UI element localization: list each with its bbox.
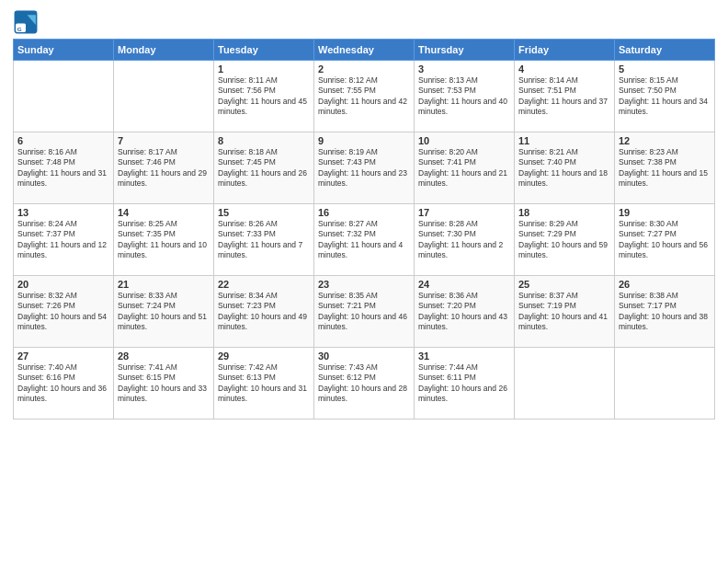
day-number: 24 (418, 279, 510, 290)
calendar-week-2: 6Sunrise: 8:16 AM Sunset: 7:48 PM Daylig… (14, 132, 715, 204)
day-number: 2 (318, 63, 410, 75)
day-number: 4 (518, 63, 610, 75)
day-info: Sunrise: 8:29 AM Sunset: 7:29 PM Dayligh… (518, 219, 610, 261)
day-number: 30 (318, 350, 410, 362)
calendar-week-1: 1Sunrise: 8:11 AM Sunset: 7:56 PM Daylig… (14, 61, 715, 132)
calendar-cell (14, 61, 114, 132)
calendar-cell: 27Sunrise: 7:40 AM Sunset: 6:16 PM Dayli… (14, 348, 114, 419)
calendar-cell: 23Sunrise: 8:35 AM Sunset: 7:21 PM Dayli… (314, 276, 415, 348)
day-info: Sunrise: 8:25 AM Sunset: 7:35 PM Dayligh… (118, 219, 210, 261)
calendar-cell: 18Sunrise: 8:29 AM Sunset: 7:29 PM Dayli… (515, 204, 615, 276)
day-number: 6 (17, 135, 109, 146)
day-number: 14 (118, 207, 210, 218)
day-info: Sunrise: 8:17 AM Sunset: 7:46 PM Dayligh… (118, 147, 210, 190)
day-info: Sunrise: 8:37 AM Sunset: 7:19 PM Dayligh… (518, 291, 610, 333)
calendar-cell: 4Sunrise: 8:14 AM Sunset: 7:51 PM Daylig… (515, 61, 615, 132)
day-number: 21 (118, 279, 210, 290)
calendar-cell: 1Sunrise: 8:11 AM Sunset: 7:56 PM Daylig… (214, 61, 314, 132)
day-number: 20 (17, 279, 109, 290)
day-number: 23 (318, 279, 410, 290)
day-info: Sunrise: 7:42 AM Sunset: 6:13 PM Dayligh… (218, 362, 310, 405)
day-number: 31 (418, 350, 510, 362)
day-number: 9 (318, 135, 410, 146)
day-info: Sunrise: 8:21 AM Sunset: 7:40 PM Dayligh… (518, 147, 610, 190)
day-info: Sunrise: 7:41 AM Sunset: 6:15 PM Dayligh… (118, 362, 210, 405)
col-header-tuesday: Tuesday (214, 40, 314, 61)
day-info: Sunrise: 8:15 AM Sunset: 7:50 PM Dayligh… (619, 75, 711, 118)
calendar-cell: 17Sunrise: 8:28 AM Sunset: 7:30 PM Dayli… (415, 204, 515, 276)
day-number: 1 (218, 63, 310, 75)
day-number: 17 (418, 207, 510, 218)
day-number: 18 (518, 207, 610, 218)
calendar-cell: 19Sunrise: 8:30 AM Sunset: 7:27 PM Dayli… (615, 204, 715, 276)
logo-icon: G (13, 9, 39, 35)
day-info: Sunrise: 7:43 AM Sunset: 6:12 PM Dayligh… (318, 362, 410, 405)
calendar-cell: 22Sunrise: 8:34 AM Sunset: 7:23 PM Dayli… (214, 276, 314, 348)
calendar-cell: 7Sunrise: 8:17 AM Sunset: 7:46 PM Daylig… (114, 132, 214, 204)
calendar-table: SundayMondayTuesdayWednesdayThursdayFrid… (13, 39, 715, 419)
calendar-cell: 21Sunrise: 8:33 AM Sunset: 7:24 PM Dayli… (114, 276, 214, 348)
calendar-cell: 14Sunrise: 8:25 AM Sunset: 7:35 PM Dayli… (114, 204, 214, 276)
day-info: Sunrise: 8:32 AM Sunset: 7:26 PM Dayligh… (17, 291, 109, 333)
calendar-cell: 26Sunrise: 8:38 AM Sunset: 7:17 PM Dayli… (615, 276, 715, 348)
calendar-cell: 25Sunrise: 8:37 AM Sunset: 7:19 PM Dayli… (515, 276, 615, 348)
calendar-cell: 29Sunrise: 7:42 AM Sunset: 6:13 PM Dayli… (214, 348, 314, 419)
day-info: Sunrise: 7:40 AM Sunset: 6:16 PM Dayligh… (17, 362, 109, 405)
day-number: 25 (518, 279, 610, 290)
day-info: Sunrise: 8:19 AM Sunset: 7:43 PM Dayligh… (318, 147, 410, 190)
day-info: Sunrise: 8:18 AM Sunset: 7:45 PM Dayligh… (218, 147, 310, 190)
day-info: Sunrise: 8:34 AM Sunset: 7:23 PM Dayligh… (218, 291, 310, 333)
day-info: Sunrise: 8:14 AM Sunset: 7:51 PM Dayligh… (518, 75, 610, 118)
day-info: Sunrise: 8:33 AM Sunset: 7:24 PM Dayligh… (118, 291, 210, 333)
calendar-week-5: 27Sunrise: 7:40 AM Sunset: 6:16 PM Dayli… (14, 348, 715, 419)
day-number: 22 (218, 279, 310, 290)
calendar-cell: 10Sunrise: 8:20 AM Sunset: 7:41 PM Dayli… (415, 132, 515, 204)
day-number: 19 (619, 207, 711, 218)
col-header-thursday: Thursday (415, 40, 515, 61)
calendar-cell: 2Sunrise: 8:12 AM Sunset: 7:55 PM Daylig… (314, 61, 415, 132)
day-info: Sunrise: 8:12 AM Sunset: 7:55 PM Dayligh… (318, 75, 410, 118)
calendar-week-3: 13Sunrise: 8:24 AM Sunset: 7:37 PM Dayli… (14, 204, 715, 276)
calendar-cell: 9Sunrise: 8:19 AM Sunset: 7:43 PM Daylig… (314, 132, 415, 204)
calendar-cell: 20Sunrise: 8:32 AM Sunset: 7:26 PM Dayli… (14, 276, 114, 348)
day-number: 12 (619, 135, 711, 146)
day-number: 3 (418, 63, 510, 75)
calendar-body: 1Sunrise: 8:11 AM Sunset: 7:56 PM Daylig… (14, 61, 715, 419)
day-number: 7 (118, 135, 210, 146)
calendar-cell: 16Sunrise: 8:27 AM Sunset: 7:32 PM Dayli… (314, 204, 415, 276)
day-info: Sunrise: 8:35 AM Sunset: 7:21 PM Dayligh… (318, 291, 410, 333)
day-info: Sunrise: 8:16 AM Sunset: 7:48 PM Dayligh… (17, 147, 109, 190)
col-header-sunday: Sunday (14, 40, 114, 61)
day-number: 28 (118, 350, 210, 362)
day-number: 16 (318, 207, 410, 218)
calendar-cell: 6Sunrise: 8:16 AM Sunset: 7:48 PM Daylig… (14, 132, 114, 204)
calendar-cell: 12Sunrise: 8:23 AM Sunset: 7:38 PM Dayli… (615, 132, 715, 204)
calendar-cell: 15Sunrise: 8:26 AM Sunset: 7:33 PM Dayli… (214, 204, 314, 276)
day-info: Sunrise: 8:11 AM Sunset: 7:56 PM Dayligh… (218, 75, 310, 118)
day-info: Sunrise: 8:38 AM Sunset: 7:17 PM Dayligh… (619, 291, 711, 333)
calendar-cell (615, 348, 715, 419)
day-number: 29 (218, 350, 310, 362)
calendar-cell: 31Sunrise: 7:44 AM Sunset: 6:11 PM Dayli… (415, 348, 515, 419)
calendar-cell: 24Sunrise: 8:36 AM Sunset: 7:20 PM Dayli… (415, 276, 515, 348)
day-number: 5 (619, 63, 711, 75)
day-number: 11 (518, 135, 610, 146)
calendar-cell (114, 61, 214, 132)
day-info: Sunrise: 8:13 AM Sunset: 7:53 PM Dayligh… (418, 75, 510, 118)
day-number: 15 (218, 207, 310, 218)
calendar-cell: 8Sunrise: 8:18 AM Sunset: 7:45 PM Daylig… (214, 132, 314, 204)
col-header-wednesday: Wednesday (314, 40, 415, 61)
calendar-week-4: 20Sunrise: 8:32 AM Sunset: 7:26 PM Dayli… (14, 276, 715, 348)
logo: G (13, 9, 42, 35)
col-header-monday: Monday (114, 40, 214, 61)
day-info: Sunrise: 7:44 AM Sunset: 6:11 PM Dayligh… (418, 362, 510, 405)
calendar-cell: 28Sunrise: 7:41 AM Sunset: 6:15 PM Dayli… (114, 348, 214, 419)
calendar-cell: 3Sunrise: 8:13 AM Sunset: 7:53 PM Daylig… (415, 61, 515, 132)
col-header-saturday: Saturday (615, 40, 715, 61)
calendar-cell: 5Sunrise: 8:15 AM Sunset: 7:50 PM Daylig… (615, 61, 715, 132)
calendar-cell: 30Sunrise: 7:43 AM Sunset: 6:12 PM Dayli… (314, 348, 415, 419)
day-info: Sunrise: 8:23 AM Sunset: 7:38 PM Dayligh… (619, 147, 711, 190)
calendar-cell: 11Sunrise: 8:21 AM Sunset: 7:40 PM Dayli… (515, 132, 615, 204)
col-header-friday: Friday (515, 40, 615, 61)
day-number: 26 (619, 279, 711, 290)
